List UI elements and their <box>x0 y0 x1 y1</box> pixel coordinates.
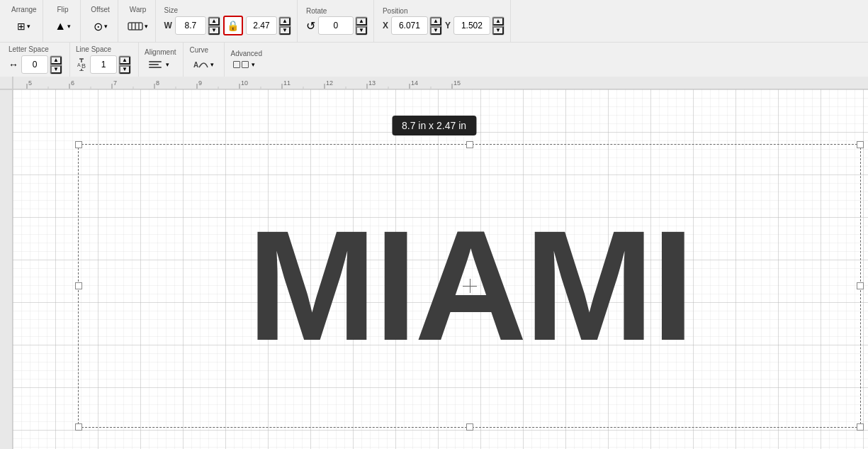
ruler-vertical <box>0 89 13 449</box>
letter-space-field[interactable] <box>21 55 48 74</box>
ruler-corner <box>0 77 13 89</box>
width-up[interactable]: ▲ <box>208 17 220 26</box>
size-controls: W ▲ ▼ 🔒 ▲ <box>164 16 291 35</box>
letter-space-up[interactable]: ▲ <box>50 56 62 65</box>
warp-button[interactable]: ▾ <box>127 16 150 36</box>
flip-controls: ▲ ▾ <box>52 16 74 36</box>
rotate-controls: ↺ ▲ ▼ <box>306 16 368 35</box>
center-crosshair <box>463 279 477 293</box>
line-space-up[interactable]: ▲ <box>119 56 130 65</box>
height-field[interactable] <box>246 16 277 35</box>
svg-text:15: 15 <box>453 79 461 87</box>
size-group: Size W ▲ ▼ 🔒 ▲ <box>159 0 298 42</box>
letter-space-down[interactable]: ▼ <box>50 65 62 74</box>
size-tooltip: 8.7 in x 2.47 in <box>392 116 476 135</box>
rotate-spinner: ▲ ▼ <box>355 16 368 35</box>
aspect-lock-button[interactable]: 🔒 <box>223 16 243 35</box>
rotate-label: Rotate <box>306 7 327 15</box>
size-label: Size <box>164 6 178 14</box>
flip-group: Flip ▲ ▾ <box>46 0 81 42</box>
advanced-label: Advanced <box>230 50 261 57</box>
letter-space-label: Letter Space <box>9 45 49 53</box>
offset-button[interactable]: ⊙ ▾ <box>89 16 112 36</box>
position-controls: X ▲ ▼ Y ▲ ▼ <box>383 16 505 35</box>
lock-icon: 🔒 <box>227 20 239 31</box>
posy-field[interactable] <box>453 16 490 35</box>
posx-down[interactable]: ▼ <box>430 26 441 35</box>
posx-up[interactable]: ▲ <box>430 17 441 26</box>
alignment-button[interactable]: ▾ <box>145 58 172 71</box>
line-space-field[interactable] <box>90 55 117 74</box>
posy-input-group: ▲ ▼ <box>453 16 505 35</box>
curve-button[interactable]: A ▾ <box>189 56 217 74</box>
offset-controls: ⊙ ▾ <box>89 16 112 36</box>
letter-space-group: Letter Space ↔ ▲ ▼ <box>6 43 70 77</box>
width-field[interactable] <box>175 16 206 35</box>
alignment-group: Alignment ▾ <box>142 43 184 77</box>
line-space-controls: A B ▲ ▼ <box>76 55 131 74</box>
width-down[interactable]: ▼ <box>208 26 220 35</box>
svg-text:10: 10 <box>241 79 248 87</box>
tooltip-text: 8.7 in x 2.47 in <box>402 120 466 131</box>
rotate-field[interactable] <box>318 16 354 35</box>
offset-dropdown-icon: ▾ <box>104 23 108 30</box>
warp-group: Warp ▾ <box>121 0 156 42</box>
alignment-label: Alignment <box>145 48 176 56</box>
rotate-icon: ↺ <box>306 19 315 33</box>
arrange-controls: ⊞ ▾ <box>13 16 35 36</box>
line-space-spinner: ▲ ▼ <box>118 55 131 74</box>
svg-text:13: 13 <box>368 79 376 87</box>
miami-wrapper[interactable]: MIAMI <box>78 144 861 428</box>
posy-down[interactable]: ▼ <box>492 26 504 35</box>
flip-dropdown-icon: ▾ <box>67 23 71 30</box>
posx-label: X <box>383 21 388 31</box>
alignment-dropdown-icon: ▾ <box>166 61 169 68</box>
svg-text:B: B <box>81 62 86 70</box>
posx-field[interactable] <box>391 16 428 35</box>
offset-icon: ⊙ <box>94 20 103 33</box>
arrange-button[interactable]: ⊞ ▾ <box>13 16 35 36</box>
posx-spinner: ▲ ▼ <box>429 16 442 35</box>
flip-label: Flip <box>57 6 69 13</box>
letter-space-spinner: ▲ ▼ <box>50 55 62 74</box>
line-space-input-group: ▲ ▼ <box>90 55 131 74</box>
svg-text:5: 5 <box>28 79 32 87</box>
alignment-icon <box>147 60 163 70</box>
posy-spinner: ▲ ▼ <box>492 16 505 35</box>
curve-group: Curve A ▾ <box>186 43 225 77</box>
height-up[interactable]: ▲ <box>279 17 291 26</box>
line-space-group: Line Space A B ▲ <box>73 43 139 77</box>
svg-text:9: 9 <box>198 79 202 87</box>
alignment-controls: ▾ <box>145 58 172 71</box>
adv-box2 <box>242 61 249 68</box>
offset-group: Offset ⊙ ▾ <box>84 0 118 42</box>
line-space-icon: A B <box>76 58 87 71</box>
posy-up[interactable]: ▲ <box>492 17 504 26</box>
toolbar-row1: Arrange ⊞ ▾ Flip ▲ ▾ Offset <box>0 0 868 43</box>
advanced-icon <box>233 61 249 68</box>
flip-button[interactable]: ▲ ▾ <box>52 16 74 36</box>
letter-space-icon: ↔ <box>9 59 18 70</box>
rotate-up[interactable]: ▲ <box>356 17 367 26</box>
position-group: Position X ▲ ▼ Y ▲ ▼ <box>377 0 511 42</box>
line-space-down[interactable]: ▼ <box>119 65 130 74</box>
advanced-button[interactable]: ▾ <box>230 60 258 70</box>
svg-text:A: A <box>77 62 81 67</box>
curve-label: Curve <box>189 46 208 54</box>
advanced-controls: ▾ <box>230 60 258 70</box>
warp-icon <box>128 20 143 33</box>
height-spinner: ▲ ▼ <box>278 16 291 35</box>
letter-space-input-group: ▲ ▼ <box>21 55 62 74</box>
svg-text:7: 7 <box>113 79 117 87</box>
arrange-label: Arrange <box>11 6 37 13</box>
align-line1 <box>149 61 162 62</box>
align-line2 <box>149 64 159 65</box>
curve-dropdown-icon: ▾ <box>210 61 214 68</box>
advanced-dropdown-icon: ▾ <box>252 61 255 68</box>
height-down[interactable]: ▼ <box>279 26 291 35</box>
svg-text:A: A <box>193 61 198 69</box>
offset-label: Offset <box>91 6 110 13</box>
arrange-group: Arrange ⊞ ▾ <box>6 0 43 42</box>
adv-box1 <box>233 61 240 68</box>
rotate-down[interactable]: ▼ <box>356 26 367 35</box>
